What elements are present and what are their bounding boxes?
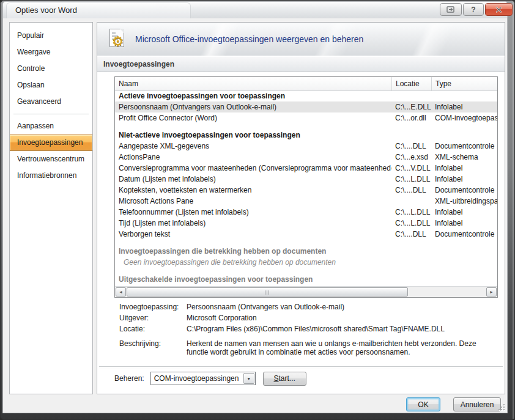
cell-naam: Verborgen tekst <box>115 229 391 240</box>
sidebar-item-invoegtoepassingen[interactable]: Invoegtoepassingen <box>10 134 92 151</box>
manage-label: Beheren: <box>114 374 144 383</box>
section-header: Invoegtoepassingen <box>97 57 505 72</box>
table-row[interactable]: Conversieprogramma voor maateenheden (Co… <box>115 163 497 174</box>
resize-grip[interactable] <box>498 404 505 410</box>
detail-value: C:\Program Files (x86)\Common Files\micr… <box>187 325 495 333</box>
manage-dropdown[interactable]: COM-invoegtoepassingen ▼ <box>150 372 256 385</box>
scroll-left-arrow-icon[interactable]: ◄ <box>116 287 126 297</box>
column-header-type[interactable]: Type <box>431 77 497 90</box>
sidebar-item-aanpassen[interactable]: Aanpassen <box>10 118 92 134</box>
table-row[interactable]: Aangepaste XML-gegevensC:\....DLLDocumen… <box>115 141 497 152</box>
detail-row: Invoegtoepassing:Persoonsnaam (Ontvanger… <box>119 303 498 311</box>
table-row[interactable]: Microsoft Actions PaneXML-uitbreidingspa <box>115 196 497 207</box>
cell-locatie: C:\...L.DLL <box>391 218 431 229</box>
cell-naam: Geen invoegtoepassingen die betrekking h… <box>115 257 391 268</box>
cell-type <box>431 274 497 285</box>
cell-naam: Microsoft Actions Pane <box>115 196 391 207</box>
detail-label: Invoegtoepassing: <box>119 303 187 311</box>
cell-naam: Persoonsnaam (Ontvangers van Outlook-e-m… <box>115 101 391 112</box>
sidebar-item-opslaan[interactable]: Opslaan <box>10 77 92 94</box>
cell-type: COM-invoegtoepass <box>431 112 497 123</box>
detail-row: Uitgever:Microsoft Corporation <box>119 314 498 322</box>
sidebar-item-controle[interactable]: Controle <box>10 61 92 77</box>
addins-table: Naam Locatie Type Actieve invoegtoepassi… <box>114 76 498 298</box>
column-header-locatie[interactable]: Locatie <box>391 77 431 90</box>
cell-naam: ActionsPane <box>115 152 391 163</box>
chevron-down-icon[interactable]: ▼ <box>243 373 254 384</box>
cell-locatie: C:\...V.DLL <box>391 163 431 174</box>
sidebar-item-informatiebronnen[interactable]: Informatiebronnen <box>10 168 92 184</box>
scroll-right-arrow-icon[interactable]: ► <box>486 287 497 297</box>
cell-type: Infolabel <box>431 218 497 229</box>
table-row[interactable]: Datum (Lijsten met infolabels)C:\...L.DL… <box>115 174 497 185</box>
horizontal-scrollbar[interactable]: ◄ ► <box>115 286 497 297</box>
cell-naam: Niet-actieve invoegtoepassingen voor toe… <box>115 130 391 141</box>
scrollbar-thumb[interactable] <box>127 287 408 297</box>
sidebar-item-vertrouwenscentrum[interactable]: Vertrouwenscentrum <box>10 151 92 168</box>
page-banner: ⚙ Microsoft Office-invoegtoepassingen we… <box>97 23 505 56</box>
cell-locatie: C:\...L.DLL <box>391 174 431 185</box>
start-button-label: Start... <box>274 374 295 383</box>
table-blank-row <box>115 240 497 246</box>
column-header-naam[interactable]: Naam <box>115 77 391 90</box>
detail-value: Herkent de namen van mensen aan wie u on… <box>187 339 495 356</box>
detail-row: Locatie:C:\Program Files (x86)\Common Fi… <box>119 325 498 333</box>
table-gitalic-row: Geen invoegtoepassingen die betrekking h… <box>115 257 497 268</box>
start-button[interactable]: Start... <box>263 372 306 386</box>
cell-locatie <box>391 90 431 101</box>
cell-type: Documentcontrole <box>431 185 497 196</box>
cell-type <box>431 130 497 141</box>
table-row[interactable]: ActionsPaneC:\...e.xsdXML-schema <box>115 152 497 163</box>
cell-naam: Conversieprogramma voor maateenheden (Co… <box>115 163 391 174</box>
cancel-button[interactable]: Annuleren <box>453 397 501 411</box>
cell-type: Infolabel <box>431 101 497 112</box>
addin-document-gear-icon: ⚙ <box>108 29 127 50</box>
sidebar-item-weergave[interactable]: Weergave <box>10 44 92 61</box>
table-blank-row <box>115 268 497 274</box>
page-title: Microsoft Office-invoegtoepassingen weer… <box>135 34 363 44</box>
main-panel: ⚙ Microsoft Office-invoegtoepassingen we… <box>97 22 505 394</box>
cell-type: XML-schema <box>431 152 497 163</box>
sidebar-item-populair[interactable]: Populair <box>10 28 92 44</box>
sidebar-item-geavanceerd[interactable]: Geavanceerd <box>10 94 92 110</box>
table-row[interactable]: Kopteksten, voetteksten en watermerkenC:… <box>115 185 497 196</box>
table-row[interactable]: Tijd (Lijsten met infolabels)C:\...L.DLL… <box>115 218 497 229</box>
table-section-row: Niet-actieve invoegtoepassingen voor toe… <box>115 130 497 141</box>
detail-label: Locatie: <box>119 325 187 333</box>
dialog-client-area: PopulairWeergaveControleOpslaanGeavancee… <box>2 18 508 413</box>
scrollbar-grip <box>265 290 270 295</box>
cell-type: XML-uitbreidingspa <box>431 196 497 207</box>
table-header-row: Naam Locatie Type <box>115 77 497 91</box>
cell-locatie: C:\...L.DLL <box>391 207 431 218</box>
table-row[interactable]: Persoonsnaam (Ontvangers van Outlook-e-m… <box>115 101 497 112</box>
ok-button[interactable]: OK <box>406 397 440 411</box>
cell-locatie <box>391 196 431 207</box>
table-row[interactable]: Verborgen tekstC:\....DLLDocumentcontrol… <box>115 229 497 240</box>
cell-type <box>431 90 497 101</box>
cell-type: Documentcontrole <box>431 141 497 152</box>
cell-naam: Invoegtoepassingen die betrekking hebben… <box>115 246 391 257</box>
table-row[interactable]: Telefoonnummer (Lijsten met infolabels)C… <box>115 207 497 218</box>
cell-naam: Kopteksten, voetteksten en watermerken <box>115 185 391 196</box>
detail-value: Persoonsnaam (Ontvangers van Outlook-e-m… <box>187 303 495 311</box>
table-section-row: Actieve invoegtoepassingen voor toepassi… <box>115 90 497 101</box>
table-gsection-row: Invoegtoepassingen die betrekking hebben… <box>115 246 497 257</box>
cell-type: Infolabel <box>431 163 497 174</box>
table-row[interactable]: Profit Office Connector (Word)C:\...or.d… <box>115 112 497 123</box>
sidebar-separator <box>13 114 89 114</box>
close-icon <box>495 7 502 13</box>
table-gsection-row: Uitgeschakelde invoegtoepassingen voor t… <box>115 274 497 285</box>
cell-naam: Datum (Lijsten met infolabels) <box>115 174 391 185</box>
cell-naam: Tijd (Lijsten met infolabels) <box>115 218 391 229</box>
cell-locatie: C:\....DLL <box>391 141 431 152</box>
title-bar[interactable]: Opties voor Word ? <box>2 1 508 20</box>
cell-locatie <box>391 274 431 285</box>
separator-line <box>99 366 503 369</box>
cell-naam: Actieve invoegtoepassingen voor toepassi… <box>115 90 391 101</box>
dialog-window-button[interactable] <box>440 3 462 16</box>
help-button[interactable]: ? <box>463 3 484 16</box>
question-mark-icon: ? <box>471 6 475 14</box>
manage-dropdown-value: COM-invoegtoepassingen <box>151 374 243 383</box>
close-button[interactable] <box>485 3 513 16</box>
table-blank-row <box>115 123 497 130</box>
